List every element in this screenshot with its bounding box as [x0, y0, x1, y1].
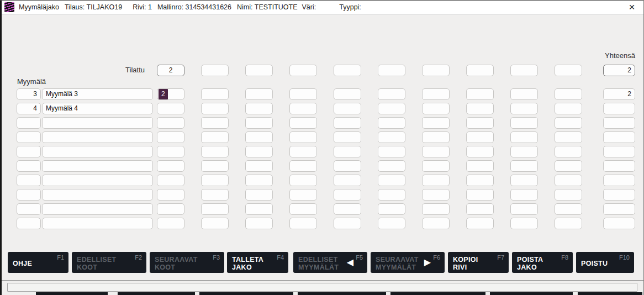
size-cell[interactable]: [334, 146, 361, 157]
size-cell[interactable]: [157, 175, 184, 186]
size-cell[interactable]: [378, 146, 405, 157]
fkey-button-f2[interactable]: EDELLISET KOOTF2: [72, 252, 146, 273]
size-cell[interactable]: [289, 189, 317, 201]
size-cell[interactable]: [378, 218, 405, 229]
store-number-input[interactable]: [17, 175, 41, 186]
fkey-button-f6[interactable]: SEURAAVAT MYYMÄLÄTF6▶: [371, 252, 445, 273]
store-number-input[interactable]: [17, 160, 41, 172]
size-cell[interactable]: [422, 117, 450, 129]
size-cell[interactable]: [510, 189, 538, 201]
store-name-input[interactable]: [42, 146, 153, 157]
size-cell[interactable]: [555, 175, 582, 186]
store-number-input[interactable]: [17, 131, 41, 143]
store-name-input[interactable]: [42, 218, 153, 229]
size-cell[interactable]: [422, 88, 450, 100]
fkey-button-f1[interactable]: OHJEF1: [8, 252, 68, 273]
size-cell[interactable]: [334, 131, 361, 143]
size-cell[interactable]: [422, 218, 450, 229]
size-cell[interactable]: [245, 117, 273, 129]
store-name-input[interactable]: [42, 189, 153, 201]
ordered-size-cell[interactable]: [510, 65, 538, 76]
size-cell[interactable]: [334, 175, 361, 186]
size-cell[interactable]: [245, 175, 273, 186]
size-cell[interactable]: [510, 146, 538, 157]
size-cell[interactable]: [201, 175, 229, 186]
ordered-size-cell[interactable]: [201, 65, 229, 76]
size-cell[interactable]: [201, 131, 229, 143]
size-cell[interactable]: [422, 160, 450, 172]
size-cell[interactable]: 2: [157, 88, 184, 100]
size-cell[interactable]: [510, 160, 538, 172]
size-cell[interactable]: [289, 203, 317, 215]
size-cell[interactable]: [555, 160, 582, 172]
size-cell[interactable]: [157, 218, 184, 229]
ordered-size-cell[interactable]: [289, 65, 317, 76]
size-cell[interactable]: [466, 203, 494, 215]
size-cell[interactable]: [378, 175, 405, 186]
size-cell[interactable]: [555, 218, 582, 229]
size-cell[interactable]: [245, 103, 273, 114]
close-icon[interactable]: ×: [625, 1, 638, 14]
size-cell[interactable]: [378, 160, 405, 172]
size-cell[interactable]: [245, 160, 273, 172]
size-cell[interactable]: [157, 203, 184, 215]
size-cell[interactable]: [555, 131, 582, 143]
size-cell[interactable]: [334, 117, 361, 129]
size-cell[interactable]: [201, 189, 229, 201]
size-cell[interactable]: [334, 103, 361, 114]
size-cell[interactable]: [510, 117, 538, 129]
size-cell[interactable]: [289, 103, 317, 114]
size-cell[interactable]: [201, 117, 229, 129]
size-cell[interactable]: [334, 218, 361, 229]
fkey-button-f10[interactable]: POISTUF10: [576, 252, 634, 273]
store-name-input[interactable]: [42, 160, 153, 172]
size-cell[interactable]: [289, 88, 317, 100]
size-cell[interactable]: [466, 160, 494, 172]
ordered-size-cell[interactable]: [466, 65, 494, 76]
size-cell[interactable]: [201, 160, 229, 172]
size-cell[interactable]: [466, 131, 494, 143]
size-cell[interactable]: [378, 189, 405, 201]
size-cell[interactable]: [245, 146, 273, 157]
fkey-button-f7[interactable]: KOPIOI RIVIF7: [448, 252, 509, 273]
size-cell[interactable]: [422, 146, 450, 157]
store-name-input[interactable]: [42, 131, 153, 143]
size-cell[interactable]: [466, 103, 494, 114]
store-number-input[interactable]: [17, 189, 41, 201]
size-cell[interactable]: [289, 218, 317, 229]
size-cell[interactable]: [289, 175, 317, 186]
size-cell[interactable]: [201, 203, 229, 215]
size-cell[interactable]: [289, 146, 317, 157]
size-cell[interactable]: [334, 189, 361, 201]
size-cell[interactable]: [245, 131, 273, 143]
size-cell[interactable]: [422, 131, 450, 143]
store-name-input[interactable]: [42, 117, 153, 129]
size-cell[interactable]: [378, 203, 405, 215]
ordered-size-cell[interactable]: [555, 65, 582, 76]
size-cell[interactable]: [510, 88, 538, 100]
size-cell[interactable]: [201, 218, 229, 229]
size-cell[interactable]: [245, 218, 273, 229]
size-cell[interactable]: [510, 131, 538, 143]
size-cell[interactable]: [422, 175, 450, 186]
store-name-input[interactable]: Myymälä 3: [42, 88, 153, 100]
size-cell[interactable]: [378, 117, 405, 129]
store-number-input[interactable]: 3: [17, 88, 41, 100]
size-cell[interactable]: [422, 103, 450, 114]
store-number-input[interactable]: 4: [17, 103, 41, 114]
size-cell[interactable]: [555, 189, 582, 201]
size-cell[interactable]: [555, 88, 582, 100]
size-cell[interactable]: [157, 131, 184, 143]
fkey-button-f3[interactable]: SEURAAVAT KOOTF3: [150, 252, 224, 273]
size-cell[interactable]: [466, 189, 494, 201]
size-cell[interactable]: [334, 160, 361, 172]
store-number-input[interactable]: [17, 146, 41, 157]
size-cell[interactable]: [510, 203, 538, 215]
size-cell[interactable]: [289, 160, 317, 172]
size-cell[interactable]: [157, 103, 184, 114]
ordered-size-cell[interactable]: [334, 65, 361, 76]
size-cell[interactable]: [466, 146, 494, 157]
size-cell[interactable]: [466, 117, 494, 129]
size-cell[interactable]: [555, 117, 582, 129]
size-cell[interactable]: [245, 189, 273, 201]
